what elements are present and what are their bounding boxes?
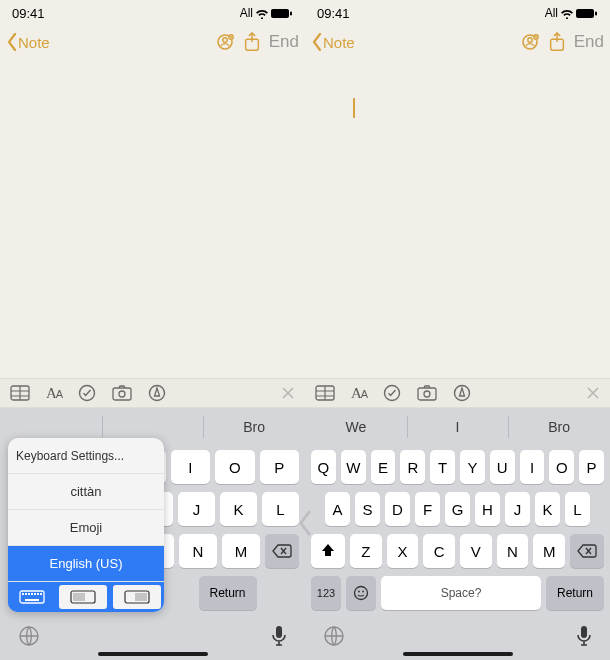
svg-rect-27 bbox=[595, 11, 597, 15]
key[interactable]: T bbox=[430, 450, 455, 484]
checklist-icon[interactable] bbox=[78, 384, 96, 402]
key[interactable]: F bbox=[415, 492, 440, 526]
keyboard-settings-item[interactable]: Keyboard Settings... bbox=[8, 438, 164, 474]
key[interactable]: R bbox=[400, 450, 425, 484]
key[interactable]: W bbox=[341, 450, 366, 484]
suggestion-left[interactable]: We bbox=[305, 408, 407, 446]
svg-rect-15 bbox=[31, 593, 33, 595]
key[interactable]: L bbox=[565, 492, 590, 526]
note-body[interactable] bbox=[0, 58, 305, 378]
table-icon[interactable] bbox=[315, 385, 335, 401]
text-cursor bbox=[353, 98, 355, 118]
key[interactable]: J bbox=[178, 492, 215, 526]
keyboard-switcher-popup: Keyboard Settings... cittàn Emoji Englis… bbox=[8, 438, 164, 612]
format-icon[interactable]: AA bbox=[46, 385, 62, 402]
key[interactable]: Y bbox=[460, 450, 485, 484]
collaborate-icon[interactable] bbox=[520, 32, 540, 52]
globe-icon[interactable] bbox=[323, 625, 345, 647]
key[interactable]: K bbox=[220, 492, 257, 526]
note-body[interactable] bbox=[305, 58, 610, 378]
backspace-icon bbox=[272, 544, 292, 558]
key[interactable]: J bbox=[505, 492, 530, 526]
keyboard-full-icon bbox=[19, 590, 45, 604]
keyboard-english-item[interactable]: English (US) bbox=[8, 546, 164, 582]
shift-key[interactable] bbox=[311, 534, 345, 568]
key[interactable]: U bbox=[490, 450, 515, 484]
suggestion-right[interactable]: Bro bbox=[508, 408, 610, 446]
markup-icon[interactable] bbox=[148, 384, 166, 402]
expand-chevron-icon[interactable] bbox=[298, 510, 312, 542]
space-key[interactable]: Space? bbox=[381, 576, 541, 610]
key[interactable]: E bbox=[371, 450, 396, 484]
svg-rect-14 bbox=[28, 593, 30, 595]
svg-rect-34 bbox=[418, 388, 436, 400]
keyboard-right-toggle[interactable] bbox=[113, 585, 161, 609]
camera-icon[interactable] bbox=[417, 385, 437, 401]
key[interactable]: D bbox=[385, 492, 410, 526]
checklist-icon[interactable] bbox=[383, 384, 401, 402]
key[interactable]: P bbox=[260, 450, 300, 484]
table-icon[interactable] bbox=[10, 385, 30, 401]
key[interactable]: O bbox=[215, 450, 255, 484]
key[interactable]: G bbox=[445, 492, 470, 526]
share-icon[interactable] bbox=[243, 32, 261, 52]
key[interactable]: I bbox=[520, 450, 545, 484]
return-key[interactable]: Return bbox=[546, 576, 604, 610]
key[interactable]: I bbox=[171, 450, 211, 484]
emoji-key[interactable] bbox=[346, 576, 376, 610]
carrier-label: All bbox=[240, 6, 253, 20]
key[interactable]: A bbox=[325, 492, 350, 526]
share-icon[interactable] bbox=[548, 32, 566, 52]
suggestion-right[interactable]: Bro bbox=[203, 408, 305, 446]
home-indicator[interactable] bbox=[403, 652, 513, 656]
collaborate-icon[interactable] bbox=[215, 32, 235, 52]
markup-icon[interactable] bbox=[453, 384, 471, 402]
camera-icon[interactable] bbox=[112, 385, 132, 401]
status-time: 09:41 bbox=[317, 6, 350, 21]
backspace-key[interactable] bbox=[265, 534, 299, 568]
key[interactable]: H bbox=[475, 492, 500, 526]
status-bar: 09:41 All bbox=[305, 0, 610, 26]
key[interactable]: Z bbox=[350, 534, 382, 568]
key[interactable]: N bbox=[497, 534, 529, 568]
key[interactable]: M bbox=[533, 534, 565, 568]
key[interactable]: O bbox=[549, 450, 574, 484]
key[interactable]: X bbox=[387, 534, 419, 568]
globe-icon[interactable] bbox=[18, 625, 40, 647]
keyboard-left-toggle[interactable] bbox=[59, 585, 107, 609]
keyboard-emoji-item[interactable]: Emoji bbox=[8, 510, 164, 546]
mic-icon[interactable] bbox=[576, 625, 592, 647]
format-icon[interactable]: AA bbox=[351, 385, 367, 402]
key[interactable]: C bbox=[423, 534, 455, 568]
key[interactable]: Q bbox=[311, 450, 336, 484]
carrier-label: All bbox=[545, 6, 558, 20]
key[interactable]: M bbox=[222, 534, 260, 568]
key[interactable]: N bbox=[179, 534, 217, 568]
keyboard-layout-toggles bbox=[8, 582, 164, 612]
key[interactable]: P bbox=[579, 450, 604, 484]
backspace-icon bbox=[577, 544, 597, 558]
back-button[interactable]: Note bbox=[6, 33, 50, 51]
backspace-key[interactable] bbox=[570, 534, 604, 568]
note-toolbar: AA bbox=[0, 378, 305, 408]
home-indicator[interactable] bbox=[98, 652, 208, 656]
suggestion-mid[interactable]: I bbox=[407, 408, 509, 446]
svg-rect-13 bbox=[25, 593, 27, 595]
keyboard-full-toggle[interactable] bbox=[8, 582, 56, 612]
back-button[interactable]: Note bbox=[311, 33, 355, 51]
return-key[interactable]: Return bbox=[199, 576, 257, 610]
svg-point-9 bbox=[119, 391, 125, 397]
keyboard-lang-item[interactable]: cittàn bbox=[8, 474, 164, 510]
mic-icon[interactable] bbox=[271, 625, 287, 647]
key[interactable]: V bbox=[460, 534, 492, 568]
close-icon[interactable] bbox=[586, 386, 600, 400]
close-icon[interactable] bbox=[281, 386, 295, 400]
key[interactable]: K bbox=[535, 492, 560, 526]
note-toolbar: AA bbox=[305, 378, 610, 408]
done-button[interactable]: End bbox=[269, 32, 299, 52]
key[interactable]: L bbox=[262, 492, 299, 526]
svg-rect-25 bbox=[276, 626, 282, 638]
numbers-key[interactable]: 123 bbox=[311, 576, 341, 610]
done-button[interactable]: End bbox=[574, 32, 604, 52]
key[interactable]: S bbox=[355, 492, 380, 526]
